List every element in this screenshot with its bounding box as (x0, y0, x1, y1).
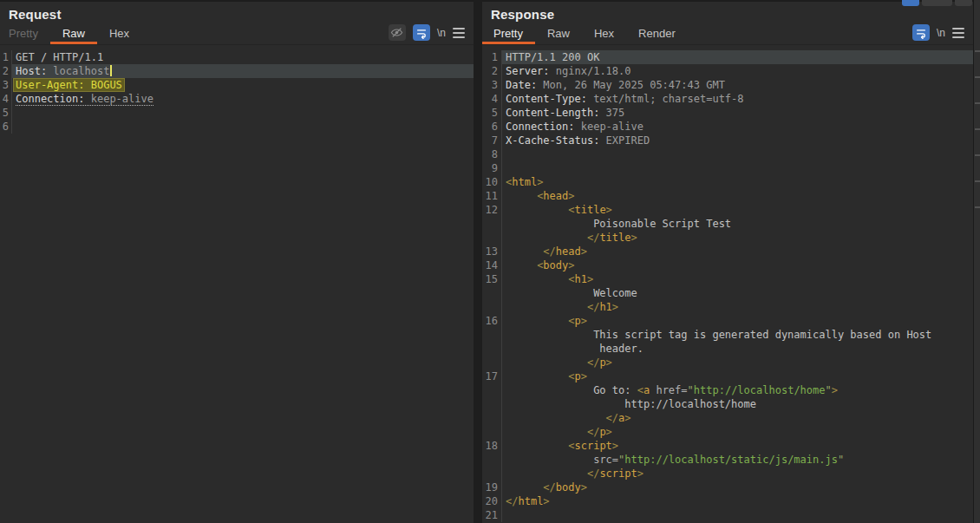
line-number (482, 328, 501, 342)
response-panel-title: Response (491, 7, 554, 22)
code-line[interactable]: 9 (482, 161, 973, 175)
tab-raw[interactable]: Raw (50, 24, 97, 44)
code-line[interactable]: </h1> (482, 300, 973, 314)
line-number: 9 (482, 161, 501, 175)
line-number (482, 411, 501, 425)
code-line[interactable]: </title> (482, 231, 973, 245)
scroll-annotation-strip[interactable] (973, 0, 980, 523)
line-number (482, 342, 501, 356)
soft-wrap-icon[interactable] (413, 24, 430, 41)
line-number (482, 383, 501, 397)
code-line[interactable]: 2Server: nginx/1.18.0 (482, 64, 973, 78)
line-number (482, 425, 501, 439)
code-line[interactable]: 19 </body> (482, 481, 973, 494)
code-line[interactable]: 7X-Cache-Status: EXPIRED (482, 134, 973, 147)
visibility-off-icon[interactable] (389, 24, 406, 41)
line-number: 6 (0, 120, 11, 134)
code-line[interactable]: This script tag is generated dynamically… (482, 328, 973, 342)
code-line[interactable]: 1GET / HTTP/1.1 (0, 50, 474, 64)
show-newlines-icon[interactable]: \n (937, 27, 945, 39)
code-line[interactable]: </script> (482, 467, 973, 481)
code-line[interactable]: 11 <head> (482, 189, 973, 203)
code-line[interactable]: 15 <h1> (482, 272, 973, 286)
tab-render[interactable]: Render (626, 24, 688, 44)
line-number: 4 (482, 92, 501, 106)
code-line[interactable]: 18 <script> (482, 439, 973, 453)
code-line[interactable]: Poisonable Script Test (482, 217, 973, 231)
panel-divider[interactable] (474, 0, 482, 523)
code-line[interactable]: 6 (0, 120, 474, 134)
line-number: 18 (482, 439, 501, 453)
line-number: 21 (482, 508, 501, 522)
response-tabs: PrettyRawHexRender (482, 25, 688, 44)
annotation-tick (975, 76, 980, 78)
code-line[interactable]: 13 </head> (482, 245, 973, 258)
code-line[interactable]: 21 (482, 508, 973, 522)
code-line[interactable]: 4Content-Type: text/html; charset=utf-8 (482, 92, 973, 106)
code-line[interactable]: 5 (0, 106, 474, 120)
text-caret (110, 65, 112, 76)
request-toolbar: \n (389, 24, 474, 44)
line-number: 10 (482, 175, 501, 189)
line-number: 8 (482, 147, 501, 161)
line-number (482, 397, 501, 411)
cropped-toolbar-button[interactable] (922, 0, 952, 6)
line-number: 14 (482, 258, 501, 272)
code-line[interactable]: </p> (482, 356, 973, 369)
line-number: 1 (0, 50, 11, 64)
code-line[interactable]: src="http://localhost/static/js/main.js" (482, 453, 973, 467)
code-line[interactable]: 3User-Agent: BOGUS (0, 78, 474, 92)
show-newlines-icon[interactable]: \n (437, 27, 446, 39)
tab-hex[interactable]: Hex (97, 24, 141, 44)
code-line[interactable]: 14 <body> (482, 258, 973, 272)
annotation-tick (975, 154, 980, 156)
code-line[interactable]: </a> (482, 411, 973, 425)
code-line[interactable]: 3Date: Mon, 26 May 2025 05:47:43 GMT (482, 78, 973, 92)
code-line[interactable]: http://localhost/home (482, 397, 973, 411)
tab-pretty[interactable]: Pretty (482, 24, 535, 44)
code-line[interactable]: Welcome (482, 286, 973, 300)
code-line[interactable]: 5Content-Length: 375 (482, 106, 973, 120)
code-line[interactable]: 17 <p> (482, 369, 973, 383)
annotation-tick (975, 180, 980, 182)
soft-wrap-icon[interactable] (912, 24, 930, 41)
code-line[interactable]: 4Connection: keep-alive (0, 92, 474, 106)
line-number (482, 356, 501, 369)
response-tabbar: PrettyRawHexRender \n (482, 25, 973, 45)
search-match-highlight: User-Agent: BOGUS (14, 79, 124, 91)
request-panel: Request PrettyRawHex (0, 2, 474, 523)
code-line[interactable]: </p> (482, 425, 973, 439)
line-number: 12 (482, 203, 501, 217)
line-number: 4 (0, 92, 11, 106)
code-line[interactable]: 16 <p> (482, 314, 973, 328)
code-line[interactable]: 10<html> (482, 175, 973, 189)
request-panel-title: Request (9, 7, 62, 22)
annotation-tick (975, 206, 980, 208)
line-number: 2 (0, 64, 11, 78)
annotation-tick (975, 128, 980, 130)
code-line[interactable]: 1HTTP/1.1 200 OK (482, 50, 973, 64)
code-line[interactable]: Go to: <a href="http://localhost/home"> (482, 383, 973, 397)
code-line[interactable]: 2Host: localhost (0, 64, 474, 78)
tab-raw[interactable]: Raw (535, 24, 582, 44)
menu-icon[interactable] (952, 28, 964, 38)
cropped-toolbar-button[interactable] (902, 0, 919, 6)
line-number (482, 453, 501, 467)
annotation-tick (975, 102, 980, 104)
request-editor[interactable]: 1GET / HTTP/1.12Host: localhost3User-Age… (0, 45, 474, 523)
menu-icon[interactable] (453, 28, 465, 38)
code-line[interactable]: 8 (482, 147, 973, 161)
tab-hex[interactable]: Hex (582, 24, 626, 44)
line-number: 5 (0, 106, 11, 120)
line-number: 6 (482, 120, 501, 134)
cropped-toolbar-button[interactable] (955, 0, 972, 6)
response-editor[interactable]: 1HTTP/1.1 200 OK2Server: nginx/1.18.03Da… (482, 45, 973, 523)
code-line[interactable]: 12 <title> (482, 203, 973, 217)
code-line[interactable]: 20</html> (482, 494, 973, 508)
line-number (482, 217, 501, 231)
line-number (482, 300, 501, 314)
line-number: 16 (482, 314, 501, 328)
code-line[interactable]: header. (482, 342, 973, 356)
code-line[interactable]: 6Connection: keep-alive (482, 120, 973, 134)
line-number: 19 (482, 481, 501, 494)
